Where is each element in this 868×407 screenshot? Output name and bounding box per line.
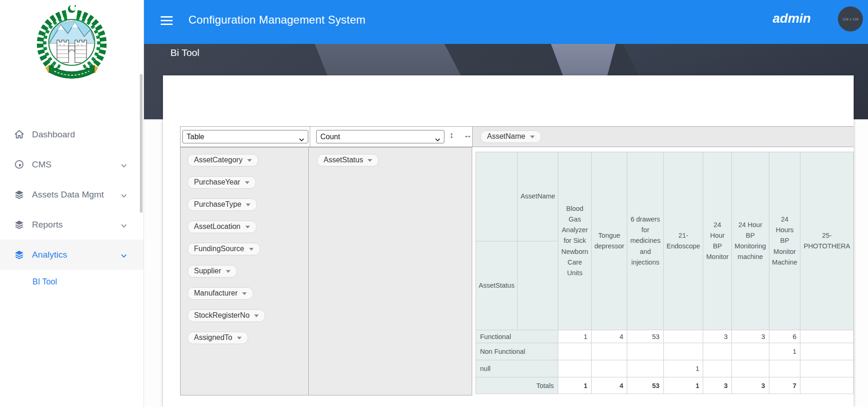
pivot-value-cell <box>627 343 663 360</box>
dropdown-triangle-icon <box>237 337 242 339</box>
pivot-value-cell: 3 <box>703 330 731 343</box>
pivot-value-cell <box>627 360 663 377</box>
pivot-value-cell: 1 <box>558 330 592 343</box>
sidebar-item-label: Dashboard <box>32 130 75 140</box>
pivot-total-cell: 1 <box>558 377 592 394</box>
pivot-value-cell <box>703 343 731 360</box>
pivot-value-cell <box>731 360 769 377</box>
sidebar-item-assets-data-mgmt[interactable]: Assets Data Mgmt <box>0 179 144 210</box>
field-pill-assetname[interactable]: AssetName <box>481 130 541 143</box>
sidebar-item-analytics[interactable]: Analytics <box>0 240 144 270</box>
dropdown-triangle-icon <box>246 204 250 206</box>
unused-field-row: AssetCategory <box>187 154 308 167</box>
pivot-table: AssetNameBlood Gas Analyzer for Sick New… <box>475 152 854 394</box>
pivot-total-cell: 3 <box>703 377 731 394</box>
menu-toggle-icon[interactable] <box>161 16 173 26</box>
sidebar-item-label: Analytics <box>32 250 67 260</box>
column-fields-bar: AssetName <box>472 126 854 147</box>
sidebar-item-dashboard[interactable]: Dashboard <box>0 119 144 149</box>
pivot-col-header: 6 drawers for medicines and injections <box>627 152 663 330</box>
field-pill-label: AssetName <box>487 132 525 141</box>
sidebar-item-reports[interactable]: Reports <box>0 210 144 240</box>
dropdown-triangle-icon <box>249 248 254 251</box>
pivot-value-cell: 1 <box>663 360 703 377</box>
pivot-col-header: 24 Hours BP Monitor Machine <box>769 152 800 330</box>
sidebar-item-label: Assets Data Mgmt <box>32 190 104 200</box>
field-pill-assetcategory[interactable]: AssetCategory <box>187 154 258 166</box>
renderer-select-wrap: Table <box>182 130 308 143</box>
dropdown-triangle-icon <box>368 159 372 162</box>
sidebar-nav: DashboardCMSAssets Data MgmtReportsAnaly… <box>0 119 144 294</box>
unused-field-row: StockRegisterNo <box>187 309 308 322</box>
dropdown-triangle-icon <box>245 226 250 228</box>
field-pill-supplier[interactable]: Supplier <box>187 265 237 278</box>
sidebar-subitem-bi-tool[interactable]: BI Tool <box>0 270 144 294</box>
sidebar: DashboardCMSAssets Data MgmtReportsAnaly… <box>0 0 144 407</box>
aggregator-select[interactable]: Count <box>316 130 444 143</box>
content-card: AssetName Table Count ↕ ↔ AssetCategoryP… <box>163 75 854 407</box>
sidebar-subitem-label: BI Tool <box>32 277 57 287</box>
pivot-output: AssetNameBlood Gas Analyzer for Sick New… <box>472 147 854 395</box>
page-title: Bi Tool <box>170 47 200 58</box>
sidebar-scrollbar[interactable] <box>140 74 143 213</box>
field-pill-fundingsource[interactable]: FundingSource <box>187 243 260 255</box>
row-field-row: AssetStatus <box>317 154 472 167</box>
home-icon <box>14 129 26 140</box>
dropdown-triangle-icon <box>254 314 259 317</box>
field-pill-label: Manufacturer <box>194 289 237 297</box>
pivot-col-header: 21-Endoscope <box>663 152 703 330</box>
pivot-total-cell: 7 <box>769 377 800 394</box>
pivot-col-header: 25-PHOTOTHERA <box>800 152 854 330</box>
field-pill-assetlocation[interactable]: AssetLocation <box>187 221 256 233</box>
chevron-down-icon <box>121 252 127 260</box>
col-order-button[interactable]: ↔ <box>463 130 472 140</box>
pivot-total-cell: 4 <box>591 377 627 394</box>
org-logo <box>0 0 144 81</box>
field-pill-manufacturer[interactable]: Manufacturer <box>187 287 253 300</box>
sidebar-item-cms[interactable]: CMS <box>0 149 144 179</box>
aggregator-select-wrap: Count <box>316 130 444 143</box>
pivot-corner-cell <box>476 152 518 241</box>
dropdown-triangle-icon <box>245 181 250 184</box>
pivot-value-cell <box>731 343 769 360</box>
pivot-value-cell <box>769 360 800 377</box>
pivot-col-axis-label: AssetName <box>518 152 558 241</box>
pivot-col-header: 24 Hour BP Monitor <box>703 152 731 330</box>
unused-field-row: PurchaseType <box>187 198 308 211</box>
pivot-value-cell: 3 <box>731 330 769 343</box>
pivot-value-cell <box>558 360 592 377</box>
chevron-down-icon <box>121 161 127 170</box>
field-pill-label: AssetLocation <box>194 222 241 231</box>
unused-field-row: AssetLocation <box>187 221 308 234</box>
pivot-value-cell: 1 <box>769 343 800 360</box>
unused-field-row: FundingSource <box>187 243 308 256</box>
renderer-select[interactable]: Table <box>182 130 308 143</box>
pivot-row-label: Non Functional <box>476 343 558 360</box>
pivot-col-header: Tongue depressor <box>591 152 627 330</box>
unused-field-row: AssignedTo <box>187 332 308 345</box>
field-pill-purchaseyear[interactable]: PurchaseYear <box>187 176 256 189</box>
topbar: Configuration Management System admin 12… <box>144 0 868 44</box>
field-pill-stockregisterno[interactable]: StockRegisterNo <box>187 309 265 322</box>
pivot-value-cell: 6 <box>769 330 800 343</box>
app-title: Configuration Management System <box>188 13 365 26</box>
unused-fields-panel: AssetCategoryPurchaseYearPurchaseTypeAss… <box>180 147 309 395</box>
field-pill-purchasetype[interactable]: PurchaseType <box>187 198 257 211</box>
row-order-button[interactable]: ↕ <box>450 130 454 140</box>
layers-icon <box>14 249 26 260</box>
cms-icon <box>14 159 26 170</box>
field-pill-assetstatus[interactable]: AssetStatus <box>317 154 379 166</box>
pivot-value-cell <box>591 360 627 377</box>
field-pill-assignedto[interactable]: AssignedTo <box>187 332 248 344</box>
pivot-col-header: 24 Hour BP Monitoring machine <box>731 152 769 330</box>
user-avatar[interactable]: 128 x 128 <box>838 6 863 31</box>
field-pill-label: AssetCategory <box>194 156 243 164</box>
pivot-value-cell <box>558 343 592 360</box>
pivot-value-cell: 53 <box>627 330 663 343</box>
unused-field-row: Manufacturer <box>187 287 308 300</box>
khyber-pakhtunkhwa-emblem-icon <box>33 2 111 81</box>
field-pill-label: StockRegisterNo <box>194 311 250 320</box>
pivot-value-cell <box>663 343 703 360</box>
field-pill-label: PurchaseType <box>194 200 241 209</box>
sidebar-item-label: Reports <box>32 220 63 230</box>
